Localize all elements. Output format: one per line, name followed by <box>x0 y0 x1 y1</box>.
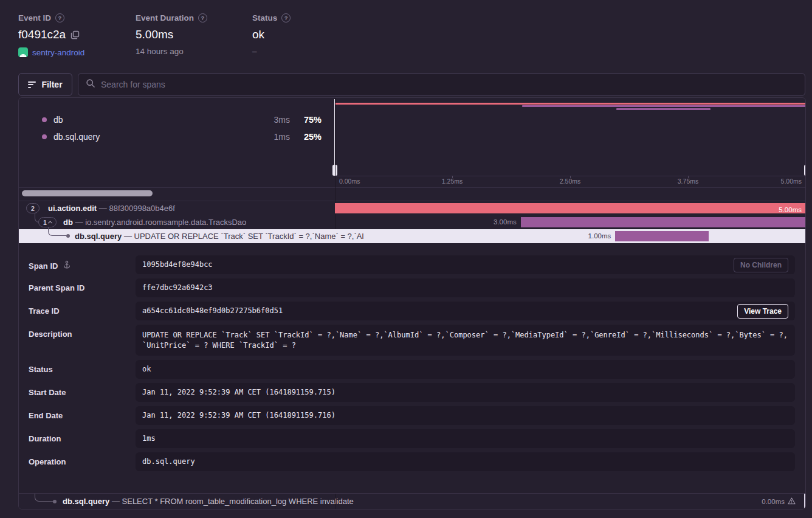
span-status-value: ok <box>142 364 151 375</box>
ops-breakdown-item-db-sql-query[interactable]: db.sql.query 1ms 25% <box>19 129 335 145</box>
search-input[interactable] <box>101 80 797 89</box>
event-duration-column: Event Duration ? 5.00ms 14 hours ago <box>136 13 207 56</box>
event-id-value: f0491c2a <box>18 28 66 41</box>
android-project-icon <box>18 47 28 57</box>
trace-id-value: a654cc61dc0b48ef9d0b27275b6f0d51 <box>142 306 283 316</box>
detail-row-operation: Operation db.sql.query <box>29 452 795 471</box>
span-row-db[interactable]: 1 db — io.sentry.android.roomsample.data… <box>19 215 805 229</box>
span-duration: 3.00ms <box>494 217 517 227</box>
op-percent: 25% <box>298 132 322 142</box>
filter-button[interactable]: Filter <box>18 73 72 96</box>
span-row-db-sql-query-selected[interactable]: db.sql.query — UPDATE OR REPLACE `Track`… <box>19 229 805 243</box>
minimap-span-line <box>522 105 806 107</box>
end-date-value: Jan 11, 2022 9:52:39 AM CET (1641891159.… <box>142 410 335 421</box>
status-secondary: – <box>252 47 291 56</box>
status-label: Status <box>252 13 277 22</box>
ops-breakdown-item-db[interactable]: db 3ms 75% <box>19 112 335 128</box>
detail-row-span-id: Span ID 1095bd4ef8e94bcc No Children <box>29 255 795 274</box>
span-bar[interactable]: 5.00ms <box>335 203 805 213</box>
help-icon[interactable]: ? <box>281 13 291 22</box>
trace-minimap[interactable] <box>335 98 806 176</box>
span-row-ui-action-edit[interactable]: 2 ui.action.edit — 88f300998a0b4e6f 5.00… <box>19 201 805 215</box>
op-percent: 75% <box>298 115 322 125</box>
span-duration: 1.00ms <box>588 231 611 241</box>
no-children-button[interactable]: No Children <box>734 258 788 272</box>
axis-tick: 0.00ms <box>339 178 360 185</box>
span-detail-panel: Span ID 1095bd4ef8e94bcc No Children Par… <box>19 244 805 494</box>
start-date-value: Jan 11, 2022 9:52:39 AM CET (1641891159.… <box>142 387 335 398</box>
help-icon[interactable]: ? <box>55 13 64 22</box>
span-description: UPDATE OR REPLACE `Track` SET `TrackId` … <box>134 232 364 241</box>
detail-row-start-date: Start Date Jan 11, 2022 9:52:39 AM CET (… <box>29 383 795 402</box>
parent-span-id-value: ffe7dbc92a6942c3 <box>142 283 213 293</box>
detail-row-description: Description UPDATE OR REPLACE `Track` SE… <box>29 325 795 356</box>
op-duration: 1ms <box>274 132 290 142</box>
children-count-pill[interactable]: 2 <box>26 203 40 213</box>
axis-tick: 5.00ms <box>781 178 802 185</box>
time-axis: 0.00ms 1.25ms 2.50ms 3.75ms 5.00ms <box>335 176 806 187</box>
event-age: 14 hours ago <box>136 47 207 56</box>
span-search[interactable] <box>78 73 805 96</box>
axis-tick: 1.25ms <box>442 178 463 185</box>
children-count-pill[interactable]: 1 <box>38 217 57 227</box>
help-icon[interactable]: ? <box>198 13 207 22</box>
span-duration-value: 1ms <box>142 433 156 444</box>
event-id-column: Event ID ? f0491c2a sentry-android <box>18 13 84 57</box>
detail-row-duration: Duration 1ms <box>29 429 795 448</box>
span-tree: 2 ui.action.edit — 88f300998a0b4e6f 5.00… <box>19 201 805 243</box>
warning-icon <box>788 497 796 506</box>
filter-icon <box>28 81 36 88</box>
detail-row-parent-span-id: Parent Span ID ffe7dbc92a6942c3 <box>29 278 795 297</box>
viewport-guide-line <box>804 494 805 509</box>
anchor-icon[interactable] <box>63 260 71 271</box>
span-duration: 0.00ms <box>762 498 785 505</box>
minimap-span-line <box>616 108 710 110</box>
axis-tick: 2.50ms <box>560 178 580 185</box>
copy-icon[interactable] <box>71 30 80 40</box>
axis-tick: 3.75ms <box>678 178 698 185</box>
trace-view-widget: db 3ms 75% db.sql.query 1ms 25% 0.00ms 1… <box>18 97 806 509</box>
tree-dot <box>53 500 57 503</box>
span-bar[interactable] <box>615 231 709 241</box>
event-duration-value: 5.00ms <box>136 28 173 41</box>
op-duration: 3ms <box>274 115 290 125</box>
span-bar[interactable] <box>521 217 805 227</box>
detail-row-trace-id: Trace ID a654cc61dc0b48ef9d0b27275b6f0d5… <box>29 302 795 320</box>
span-description: io.sentry.android.roomsample.data.Tracks… <box>85 218 246 227</box>
span-description: SELECT * FROM room_table_modification_lo… <box>122 497 354 506</box>
minimap-span-line <box>335 103 806 105</box>
view-trace-button[interactable]: View Trace <box>737 304 788 319</box>
search-icon <box>86 78 95 91</box>
op-color-dot <box>42 117 47 122</box>
tree-dot <box>66 234 70 238</box>
event-id-label: Event ID <box>18 13 51 22</box>
status-value: ok <box>252 28 264 41</box>
span-id-value: 1095bd4ef8e94bcc <box>142 260 213 270</box>
detail-row-end-date: End Date Jan 11, 2022 9:52:39 AM CET (16… <box>29 406 795 425</box>
project-link[interactable]: sentry-android <box>32 48 84 57</box>
span-duration: 5.00ms <box>779 205 802 215</box>
event-duration-label: Event Duration <box>136 13 194 22</box>
op-color-dot <box>42 134 47 139</box>
operation-value: db.sql.query <box>142 457 195 467</box>
horizontal-scrollbar[interactable] <box>22 190 153 196</box>
filter-button-label: Filter <box>41 80 62 89</box>
minimap-handle-right[interactable] <box>803 98 806 176</box>
span-row-db-sql-query-select[interactable]: db.sql.query — SELECT * FROM room_table_… <box>19 493 805 509</box>
status-column: Status ? ok – <box>252 13 291 56</box>
span-description: 88f300998a0b4e6f <box>109 204 174 213</box>
detail-row-status: Status ok <box>29 360 795 379</box>
description-value: UPDATE OR REPLACE `Track` SET `TrackId` … <box>142 330 788 351</box>
chevron-up-icon <box>48 221 52 225</box>
viewport-guide-line <box>335 494 335 509</box>
